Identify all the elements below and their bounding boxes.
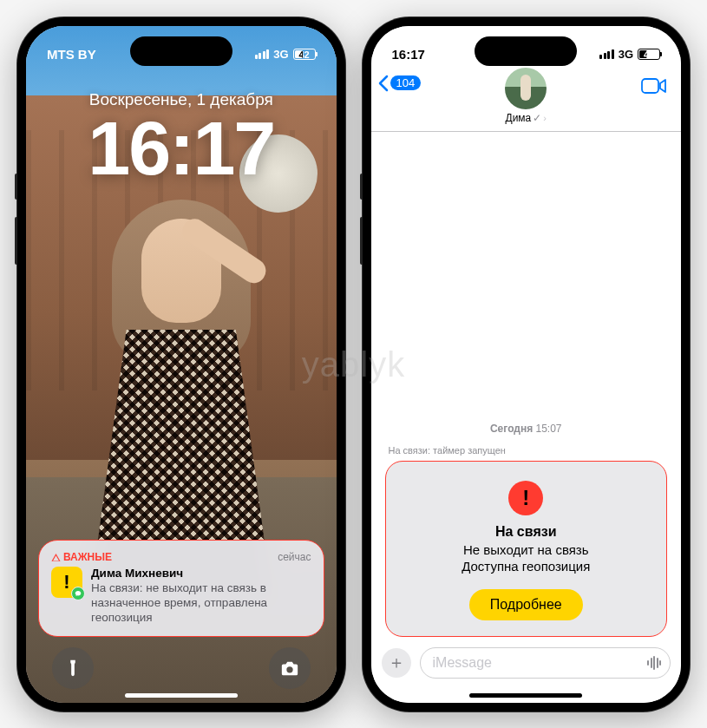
video-call-button[interactable] bbox=[641, 76, 667, 99]
lockscreen-time: 16:17 bbox=[26, 104, 337, 193]
chevron-right-icon: › bbox=[543, 113, 547, 123]
home-indicator[interactable] bbox=[469, 693, 582, 698]
plus-icon: ＋ bbox=[388, 651, 405, 674]
contact-name-label: Дима bbox=[506, 112, 532, 124]
lockscreen: MTS BY 3G 42 Воскресенье, 1 декабря 16:1… bbox=[26, 26, 337, 703]
messages-badge-icon bbox=[71, 587, 85, 600]
network-label: 3G bbox=[619, 48, 633, 61]
important-badge: ВАЖНЫЕ bbox=[51, 551, 112, 563]
dynamic-island bbox=[475, 36, 577, 66]
signal-icon bbox=[599, 49, 614, 59]
dynamic-island bbox=[130, 36, 232, 66]
phone-left-frame: MTS BY 3G 42 Воскресенье, 1 декабря 16:1… bbox=[17, 17, 345, 712]
back-button[interactable]: 104 bbox=[378, 75, 422, 92]
status-time: 16:17 bbox=[392, 47, 425, 62]
warning-triangle-icon bbox=[51, 553, 61, 562]
flashlight-icon bbox=[63, 659, 82, 678]
contact-info[interactable]: Дима ✓ › bbox=[505, 68, 547, 124]
signal-icon bbox=[255, 49, 270, 59]
thread-date: Сегодня 15:07 bbox=[385, 423, 668, 435]
notification-message: На связи: не выходит на связь в назначен… bbox=[91, 581, 311, 626]
video-icon bbox=[641, 76, 667, 95]
avatar bbox=[505, 68, 547, 109]
messages-app: 16:17 3G 42 104 Дима bbox=[371, 26, 682, 703]
verified-icon: ✓ bbox=[533, 112, 541, 124]
alert-icon: ! bbox=[508, 481, 543, 515]
message-input[interactable]: iMessage bbox=[420, 647, 671, 679]
camera-button[interactable] bbox=[269, 647, 311, 689]
checkin-title: На связи bbox=[403, 524, 650, 540]
checkin-status-line: На связи: таймер запущен bbox=[385, 445, 668, 456]
notification-timestamp: сейчас bbox=[278, 551, 311, 563]
phone-right-frame: 16:17 3G 42 104 Дима bbox=[363, 17, 691, 712]
checkin-line2: Доступна геопозиция bbox=[403, 558, 650, 575]
home-indicator[interactable] bbox=[125, 693, 238, 698]
carrier-label: MTS BY bbox=[47, 47, 96, 62]
input-placeholder: iMessage bbox=[433, 655, 492, 671]
checkin-line1: Не выходит на связь bbox=[403, 541, 650, 559]
voice-record-button[interactable] bbox=[647, 656, 661, 670]
chevron-left-icon bbox=[378, 75, 389, 92]
camera-icon bbox=[280, 659, 299, 678]
checkin-card[interactable]: ! На связи Не выходит на связь Доступна … bbox=[385, 461, 668, 637]
battery-icon: 42 bbox=[293, 49, 316, 60]
notification-card[interactable]: ВАЖНЫЕ сейчас ! Дима Михневич На связи: … bbox=[38, 540, 324, 637]
flashlight-button[interactable] bbox=[52, 647, 94, 689]
attach-button[interactable]: ＋ bbox=[382, 648, 411, 678]
notification-app-icon: ! bbox=[51, 567, 82, 598]
notification-sender: Дима Михневич bbox=[91, 567, 311, 581]
svg-rect-0 bbox=[642, 79, 658, 93]
battery-icon: 42 bbox=[638, 49, 660, 60]
details-button[interactable]: Подробнее bbox=[469, 589, 583, 620]
network-label: 3G bbox=[273, 48, 288, 61]
back-count-badge: 104 bbox=[390, 75, 422, 90]
